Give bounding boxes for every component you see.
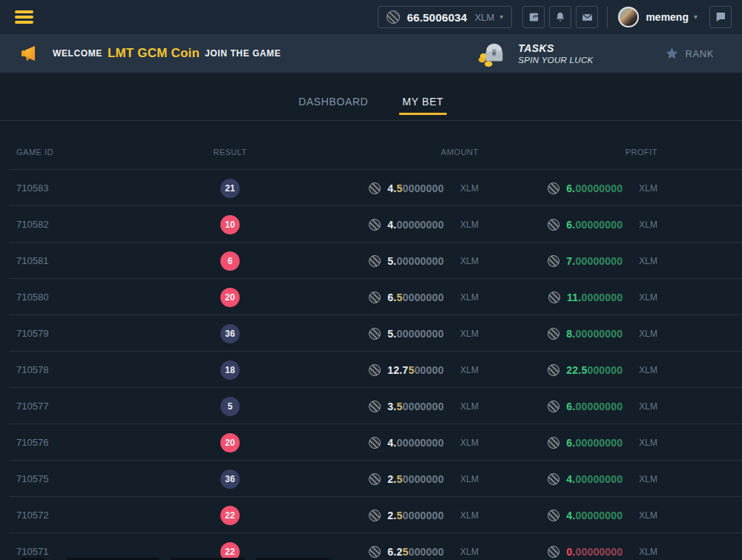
wallet-icon — [528, 11, 540, 24]
table-row[interactable]: 710571 22 6.25000000 XLM 0.00000000 XLM — [0, 533, 742, 560]
messages-button[interactable] — [576, 6, 598, 28]
profit-cell: 6.00000000 XLM — [479, 182, 657, 194]
table-row[interactable]: 710572 22 2.50000000 XLM 4.00000000 XLM — [0, 497, 742, 533]
xlm-coin-icon — [369, 182, 381, 194]
profit-cell: 11.0000000 XLM — [479, 291, 657, 303]
result-badge: 5 — [220, 397, 240, 416]
amount-main: 4. — [387, 219, 396, 231]
amount-cell: 12.7500000 XLM — [275, 364, 479, 376]
xlm-coin-icon — [369, 291, 381, 303]
amount-main: 4. — [387, 182, 396, 194]
amount-main: 2. — [387, 510, 396, 521]
tasks-button[interactable]: TASKS SPIN YOUR LUCK — [476, 39, 593, 67]
profit-currency: XLM — [639, 365, 657, 375]
table-row[interactable]: 710575 36 2.50000000 XLM 4.00000000 XLM — [0, 461, 742, 497]
profit-value: 6.00000000 — [566, 437, 623, 449]
amount-value: 4.00000000 — [387, 437, 444, 449]
balance-selector[interactable]: 66.5006034 XLM ▾ — [378, 6, 512, 28]
table-row[interactable]: 710580 20 6.50000000 XLM 11.0000000 XLM — [0, 279, 742, 315]
amount-zeros: 000000 — [408, 546, 444, 558]
rank-label: RANK — [685, 48, 714, 59]
profit-value: 22.5000000 — [566, 364, 623, 376]
profit-sig: 22.5 — [566, 364, 587, 376]
table-row[interactable]: 710583 21 4.50000000 XLM 6.00000000 XLM — [0, 170, 742, 206]
profit-cell: 6.00000000 XLM — [479, 219, 657, 231]
table-row[interactable]: 710578 18 12.7500000 XLM 22.5000000 XLM — [0, 352, 742, 388]
wallet-button[interactable] — [522, 6, 545, 28]
profit-value: 4.00000000 — [566, 510, 623, 521]
star-icon — [664, 46, 680, 61]
username[interactable]: memeng — [646, 11, 689, 23]
xlm-coin-icon — [548, 364, 559, 376]
bet-table-body: 710583 21 4.50000000 XLM 6.00000000 XLM … — [0, 170, 742, 560]
result-badge: 18 — [220, 360, 240, 380]
profit-sig: 8. — [566, 328, 575, 340]
amount-main: 2. — [387, 473, 396, 485]
amount-zeros: 0000000 — [402, 182, 444, 194]
amount-value: 4.00000000 — [387, 219, 444, 231]
topbar-divider — [607, 7, 608, 27]
profit-value: 4.00000000 — [566, 473, 623, 485]
profit-zeros: 00000000 — [575, 401, 623, 412]
amount-zeros: 0000000 — [402, 291, 444, 303]
header-result: RESULT — [213, 148, 247, 157]
profit-zeros: 0000000 — [581, 291, 623, 303]
balance-amount: 66.5006034 — [407, 11, 467, 24]
amount-cell: 4.00000000 XLM — [275, 437, 479, 449]
amount-value: 12.7500000 — [387, 364, 444, 376]
xlm-coin-icon — [369, 328, 381, 340]
amount-currency: XLM — [460, 220, 479, 230]
xlm-coin-icon — [548, 401, 559, 412]
user-chevron-down-icon[interactable]: ▾ — [694, 13, 697, 21]
amount-zeros: 00000000 — [396, 255, 444, 267]
profit-zeros: 000000 — [587, 364, 623, 376]
profit-cell: 4.00000000 XLM — [479, 510, 657, 521]
chat-icon — [714, 10, 727, 24]
tab-my-bet[interactable]: MY BET — [399, 96, 446, 115]
hamburger-menu-icon[interactable] — [15, 8, 33, 27]
result-badge: 22 — [220, 506, 240, 525]
tasks-title: TASKS — [518, 42, 593, 54]
profit-zeros: 00000000 — [575, 219, 623, 231]
xlm-coin-icon — [369, 473, 381, 485]
amount-cell: 4.00000000 XLM — [275, 219, 479, 231]
result-badge: 20 — [220, 433, 240, 452]
amount-zeros: 00000000 — [396, 328, 444, 340]
profit-cell: 6.00000000 XLM — [479, 437, 657, 449]
amount-currency: XLM — [460, 256, 479, 266]
rank-button[interactable]: RANK — [664, 46, 714, 61]
game-id-cell: 710583 — [0, 182, 186, 194]
profit-value: 6.00000000 — [566, 401, 623, 412]
amount-currency: XLM — [460, 401, 479, 412]
table-row[interactable]: 710579 36 5.00000000 XLM 8.00000000 XLM — [0, 315, 742, 352]
table-row[interactable]: 710582 10 4.00000000 XLM 6.00000000 XLM — [0, 206, 742, 243]
table-row[interactable]: 710581 6 5.00000000 XLM 7.00000000 XLM — [0, 243, 742, 279]
profit-currency: XLM — [639, 183, 657, 194]
balance-currency: XLM — [475, 12, 495, 23]
profit-cell: 0.00000000 XLM — [479, 546, 657, 558]
amount-currency: XLM — [460, 329, 479, 339]
amount-zeros: 00000000 — [396, 219, 444, 231]
table-row[interactable]: 710576 20 4.00000000 XLM 6.00000000 XLM — [0, 424, 742, 461]
notifications-button[interactable] — [549, 6, 571, 28]
result-badge: 36 — [220, 324, 240, 343]
xlm-coin-icon — [548, 291, 560, 303]
amount-value: 3.50000000 — [387, 401, 444, 412]
xlm-coin-icon — [548, 219, 559, 231]
table-row[interactable]: 710577 5 3.50000000 XLM 6.00000000 XLM — [0, 388, 742, 424]
profit-zeros: 00000000 — [575, 510, 623, 521]
profit-cell: 7.00000000 XLM — [479, 255, 657, 267]
chat-toggle-button[interactable] — [709, 6, 732, 28]
profit-zeros: 00000000 — [575, 328, 623, 340]
amount-cell: 4.50000000 XLM — [275, 182, 479, 194]
profit-value: 6.00000000 — [566, 182, 623, 194]
xlm-coin-icon — [369, 219, 381, 231]
tab-dashboard[interactable]: DASHBOARD — [295, 96, 371, 115]
profit-cell: 8.00000000 XLM — [479, 328, 657, 340]
amount-zeros: 00000000 — [396, 437, 444, 449]
amount-currency: XLM — [460, 547, 479, 557]
profit-sig: 0. — [566, 546, 575, 558]
amount-value: 5.00000000 — [387, 328, 444, 340]
avatar[interactable] — [618, 7, 639, 27]
result-badge: 10 — [220, 215, 240, 234]
